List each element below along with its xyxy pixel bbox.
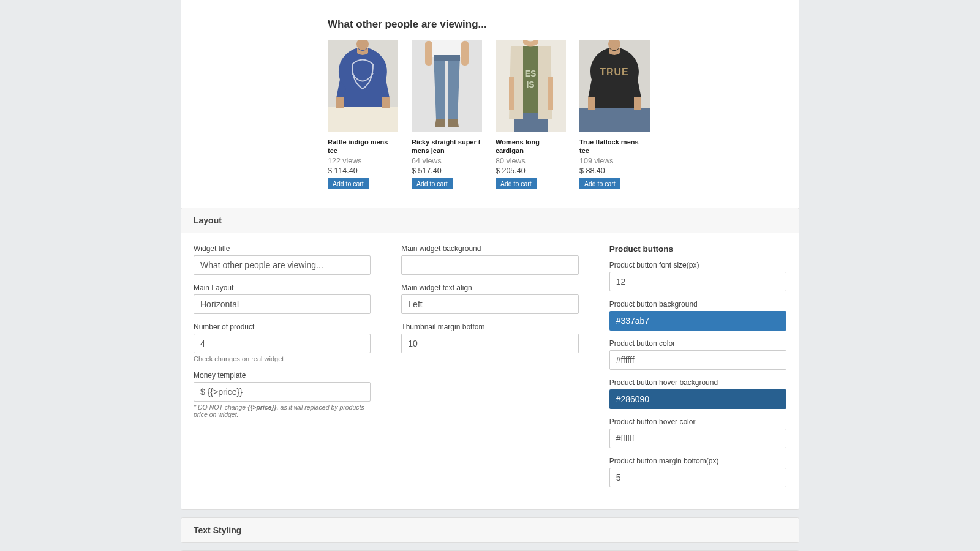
btn-color-input[interactable] (609, 350, 786, 370)
product-thumbnail[interactable] (412, 40, 482, 132)
btn-margin-label: Product button margin bottom(px) (609, 457, 786, 465)
product-thumbnail[interactable] (328, 40, 398, 132)
svg-rect-15 (548, 77, 553, 110)
product-price: $ 88.40 (579, 167, 650, 175)
product-buttons-heading: Product buttons (609, 244, 786, 253)
product-item: Rattle indigo mens tee 122 views $ 114.4… (328, 40, 398, 189)
product-thumbnail[interactable]: TRUE (579, 40, 650, 132)
text-styling-panel: Text Styling (181, 517, 799, 543)
svg-rect-8 (425, 41, 432, 66)
money-template-help: * DO NOT change {{>price}}, as it will r… (194, 403, 371, 418)
product-views: 122 views (328, 157, 398, 165)
btn-hover-color-input[interactable] (609, 429, 786, 448)
preview-card: What other people are viewing... (181, 0, 799, 208)
product-price: $ 517.40 (412, 167, 482, 175)
product-item: ES IS Womens long cardigan 80 views $ 20… (496, 40, 566, 189)
text-styling-panel-header[interactable]: Text Styling (181, 518, 799, 542)
product-item: TRUE True flatlock mens tee 109 views $ … (579, 40, 650, 189)
layout-col-3: Product buttons Product button font size… (609, 244, 786, 496)
main-layout-label: Main Layout (194, 283, 371, 292)
widget-title-label: Widget title (194, 244, 371, 253)
layout-col-1: Widget title Main Layout Number of produ… (194, 244, 371, 496)
btn-margin-input[interactable] (609, 468, 786, 487)
btn-hover-bg-input[interactable] (609, 389, 786, 409)
product-thumbnail[interactable]: ES IS (496, 40, 566, 132)
svg-text:IS: IS (526, 80, 534, 89)
product-item: Ricky straight super t mens jean 64 view… (412, 40, 482, 189)
widget-title-input[interactable] (194, 255, 371, 275)
add-to-cart-button[interactable]: Add to cart (412, 178, 453, 189)
main-widget-align-input[interactable] (401, 294, 578, 314)
product-name: Ricky straight super t mens jean (412, 138, 482, 156)
thumb-margin-label: Thumbnail margin bottom (401, 323, 578, 331)
layout-panel-header[interactable]: Layout (181, 208, 799, 233)
svg-rect-4 (382, 97, 390, 108)
layout-col-2: Main widget background Main widget text … (401, 244, 578, 496)
svg-rect-14 (509, 77, 514, 110)
product-price: $ 114.40 (328, 167, 398, 175)
product-list: Rattle indigo mens tee 122 views $ 114.4… (328, 40, 695, 189)
main-widget-bg-label: Main widget background (401, 244, 578, 253)
btn-font-label: Product button font size(px) (609, 261, 786, 269)
thumb-margin-input[interactable] (401, 334, 578, 353)
svg-rect-3 (336, 97, 344, 108)
product-price: $ 205.40 (496, 167, 566, 175)
btn-bg-input[interactable] (609, 311, 786, 331)
number-of-product-label: Number of product (194, 323, 371, 331)
money-template-input[interactable] (194, 382, 371, 402)
preview-heading: What other people are viewing... (328, 18, 695, 31)
main-widget-bg-input[interactable] (401, 255, 578, 275)
product-name: True flatlock mens tee (579, 138, 650, 156)
product-views: 109 views (579, 157, 650, 165)
svg-rect-9 (461, 41, 469, 66)
product-views: 64 views (412, 157, 482, 165)
btn-font-input[interactable] (609, 272, 786, 291)
btn-hover-bg-label: Product button hover background (609, 378, 786, 387)
btn-color-label: Product button color (609, 339, 786, 348)
main-layout-input[interactable] (194, 294, 371, 314)
main-widget-align-label: Main widget text align (401, 283, 578, 292)
layout-panel: Layout Widget title Main Layout Number o… (181, 208, 799, 510)
product-name: Rattle indigo mens tee (328, 138, 398, 156)
add-to-cart-button[interactable]: Add to cart (328, 178, 369, 189)
product-name: Womens long cardigan (496, 138, 566, 156)
add-to-cart-button[interactable]: Add to cart (579, 178, 620, 189)
add-to-cart-button[interactable]: Add to cart (496, 178, 537, 189)
svg-rect-20 (634, 97, 641, 110)
number-of-product-input[interactable] (194, 334, 371, 353)
svg-rect-17 (579, 108, 650, 132)
svg-text:TRUE: TRUE (600, 67, 629, 77)
svg-rect-19 (588, 97, 595, 110)
btn-hover-color-label: Product button hover color (609, 418, 786, 426)
number-of-product-help: Check changes on real widget (194, 355, 371, 362)
btn-bg-label: Product button background (609, 300, 786, 309)
svg-rect-1 (328, 107, 398, 132)
svg-rect-6 (430, 40, 464, 57)
svg-text:ES: ES (525, 69, 537, 78)
product-views: 80 views (496, 157, 566, 165)
svg-rect-7 (434, 55, 460, 61)
money-template-label: Money template (194, 371, 371, 380)
